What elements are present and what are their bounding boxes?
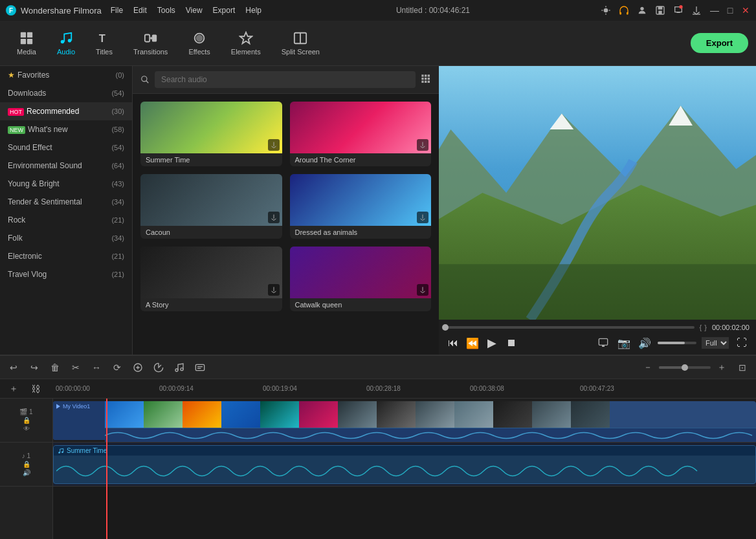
audio-card-catwalk[interactable]: Catwalk queen [290, 247, 432, 311]
audio-vol-btn[interactable]: 🔊 [23, 469, 30, 476]
track-lock-btn[interactable]: 🔒 [23, 417, 30, 424]
svg-rect-8 [627, 12, 628, 15]
quality-select[interactable]: Full1/21/4 [702, 337, 729, 349]
titlebar-right: — □ ✕ [601, 5, 751, 16]
color-btn[interactable] [150, 359, 167, 376]
menu-export[interactable]: Export [209, 5, 239, 16]
audio-clip[interactable]: Summer Time [53, 445, 756, 484]
stop-btn[interactable]: ⏹ [504, 335, 519, 351]
fit-btn[interactable]: ⊡ [734, 359, 751, 376]
titlebar-left: F Wondershare Filmora FileEditToolsViewE… [5, 5, 265, 16]
minimize-btn[interactable]: — [709, 5, 720, 16]
sidebar-item-downloads[interactable]: Downloads(54) [0, 84, 132, 102]
add-to-timeline-btn[interactable] [595, 335, 611, 351]
sidebar-item-rock[interactable]: Rock(21) [0, 211, 132, 229]
sun-icon[interactable] [601, 5, 611, 16]
fullscreen-btn[interactable]: ⛶ [734, 335, 750, 351]
freeze-btn[interactable] [129, 359, 146, 376]
progress-track[interactable] [445, 326, 695, 329]
tab-effects[interactable]: Effects [179, 27, 219, 60]
sidebar-item-electronic[interactable]: Electronic(21) [0, 247, 132, 265]
svg-marker-52 [56, 404, 60, 409]
timeline-tracks: 🎬 1 🔒 👁 ♪ 1 🔒 🔊 [0, 399, 756, 539]
caption-btn[interactable] [192, 359, 208, 376]
audio-thumb-dressed [290, 174, 432, 226]
rotate-btn[interactable]: ⟳ [109, 359, 126, 376]
screenshot-btn[interactable]: 📷 [616, 335, 632, 351]
audio-card-summertime[interactable]: Summer Time [140, 102, 282, 166]
audio-card-corner[interactable]: Around The Corner [290, 102, 432, 166]
sidebar-count: (64) [111, 162, 124, 170]
progress-bar[interactable]: { } 00:00:02:00 [445, 324, 750, 331]
svg-rect-17 [27, 38, 32, 43]
undo-btn[interactable]: ↩ [5, 359, 22, 376]
sidebar-item-youngbright[interactable]: Young & Bright(43) [0, 175, 132, 193]
add-track-btn[interactable]: ＋ [5, 380, 22, 397]
menu-view[interactable]: View [182, 5, 206, 16]
sidebar-item-favorites[interactable]: ★Favorites(0) [0, 66, 132, 84]
volume-btn[interactable]: 🔊 [637, 335, 652, 351]
user-icon[interactable] [637, 5, 647, 16]
grid-view-button[interactable] [421, 74, 431, 86]
volume-slider[interactable] [658, 342, 696, 344]
sidebar-item-travelvlog[interactable]: Travel Vlog(21) [0, 265, 132, 283]
menu-file[interactable]: File [107, 5, 127, 16]
tab-media[interactable]: Media [8, 27, 45, 60]
sidebar-label: Environmental Sound [8, 161, 82, 170]
svg-point-19 [68, 38, 72, 41]
save-icon[interactable] [655, 5, 665, 16]
notification-icon[interactable] [673, 5, 684, 16]
ts-1: 00:00:09:14 [159, 385, 194, 392]
prev-frame-btn[interactable]: ⏮ [445, 335, 461, 351]
tab-audio[interactable]: Audio [48, 27, 84, 60]
maximize-btn[interactable]: □ [725, 5, 735, 16]
crop-btn[interactable]: ↔ [88, 359, 105, 376]
search-bar [133, 66, 439, 94]
audio-thumb-summertime [140, 102, 282, 153]
tab-titles[interactable]: T Titles [87, 27, 122, 60]
audio-card-dressed[interactable]: Dressed as animals [290, 174, 432, 239]
link-btn[interactable]: ⛓ [27, 380, 44, 397]
sidebar-item-whatsnew[interactable]: NEWWhat's new(58) [0, 120, 132, 138]
export-button[interactable]: Export [691, 33, 748, 53]
tab-transitions[interactable]: Transitions [124, 27, 177, 60]
sidebar-count: (58) [111, 126, 124, 133]
close-btn[interactable]: ✕ [740, 5, 751, 16]
svg-marker-24 [240, 32, 252, 43]
step-back-btn[interactable]: ⏪ [465, 335, 480, 351]
sidebar-item-tender[interactable]: Tender & Sentimental(34) [0, 193, 132, 211]
ts-2: 00:00:19:04 [263, 385, 297, 392]
audio-lock-btn[interactable]: 🔒 [23, 461, 30, 468]
sidebar-item-folk[interactable]: Folk(34) [0, 229, 132, 247]
zoom-out-btn[interactable]: － [639, 359, 656, 376]
sidebar-count: (0) [116, 71, 124, 79]
tab-split-screen[interactable]: Split Screen [272, 27, 329, 60]
sidebar-item-recommended[interactable]: HOTRecommended(30) [0, 102, 132, 120]
window-controls[interactable]: — □ ✕ [709, 5, 751, 16]
redo-btn[interactable]: ↪ [26, 359, 43, 376]
zoom-in-btn[interactable]: ＋ [713, 359, 730, 376]
sidebar-item-soundeffect[interactable]: Sound Effect(54) [0, 138, 132, 157]
play-btn[interactable]: ▶ [484, 335, 500, 351]
tab-elements[interactable]: Elements [222, 27, 270, 60]
video-clip-label: My Video1 [55, 403, 103, 410]
download-icon[interactable] [691, 5, 702, 16]
download-icon-cacoun [268, 212, 280, 223]
headphone-icon[interactable] [619, 5, 629, 16]
sidebar-item-environmental[interactable]: Environmental Sound(64) [0, 157, 132, 175]
audio-card-cacoun[interactable]: Cacoun [140, 174, 282, 239]
progress-handle[interactable] [442, 324, 449, 331]
menu-edit[interactable]: Edit [129, 5, 151, 16]
preview-controls: { } 00:00:02:00 ⏮ ⏪ ▶ ⏹ 📷 🔊 [439, 320, 756, 355]
audio-detach-btn[interactable] [171, 359, 188, 376]
zoom-slider[interactable] [659, 366, 711, 369]
menu-tools[interactable]: Tools [153, 5, 179, 16]
cut-btn[interactable]: ✂ [67, 359, 84, 376]
search-input[interactable] [155, 71, 416, 88]
time-brackets: { } [700, 324, 707, 331]
audio-thumb-catwalk [290, 247, 432, 298]
audio-card-story[interactable]: A Story [140, 247, 282, 311]
delete-btn[interactable]: 🗑 [47, 359, 63, 376]
menu-help[interactable]: Help [241, 5, 265, 16]
track-eye-btn[interactable]: 👁 [23, 425, 30, 432]
